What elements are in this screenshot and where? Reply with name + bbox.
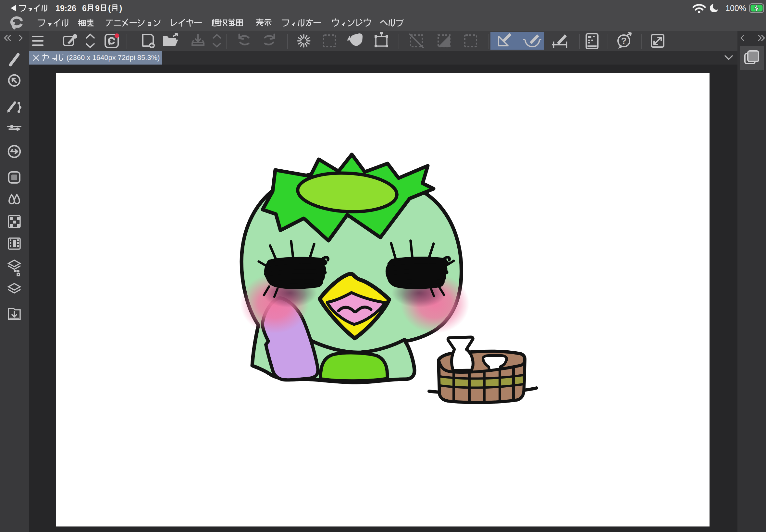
svg-text:?: ? <box>621 36 626 46</box>
svg-text:100%: 100% <box>725 4 746 13</box>
svg-text:9: 9 <box>95 4 100 13</box>
svg-text:19:26: 19:26 <box>55 4 76 13</box>
svg-text:6: 6 <box>82 4 87 13</box>
svg-text:): ) <box>119 4 122 13</box>
svg-text:(: ( <box>108 4 111 13</box>
svg-text:(2360 x 1640px 72dpi 85.3%): (2360 x 1640px 72dpi 85.3%) <box>67 54 160 62</box>
